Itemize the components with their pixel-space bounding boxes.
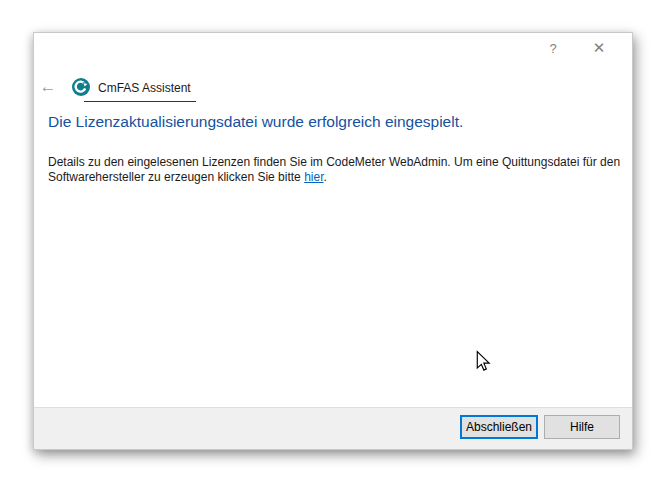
titlebar[interactable]: ? ✕	[34, 33, 632, 63]
hier-link[interactable]: hier	[304, 170, 323, 184]
body-line1: Details zu den eingelesenen Lizenzen fin…	[48, 155, 620, 169]
wizard-title: CmFAS Assistent	[98, 81, 191, 95]
finish-button[interactable]: Abschließen	[460, 415, 538, 439]
wizard-title-underline	[84, 101, 196, 102]
page-heading: Die Lizenzaktualisierungsdatei wurde erf…	[48, 113, 608, 131]
footer-bar: Abschließen Hilfe	[34, 407, 632, 449]
back-arrow-icon: ←	[40, 77, 57, 96]
body-text: Details zu den eingelesenen Lizenzen fin…	[48, 155, 623, 185]
titlebar-help-button[interactable]: ?	[536, 33, 570, 63]
help-button[interactable]: Hilfe	[544, 415, 620, 439]
body-suffix: .	[324, 170, 327, 184]
close-icon: ✕	[593, 39, 606, 57]
question-mark-icon: ?	[549, 41, 556, 56]
desktop-background: { "window": { "help_glyph": "?", "close_…	[0, 0, 658, 485]
cmfas-wizard-dialog: ? ✕ ← CmFAS Assistent Die Lizenzaktualis…	[33, 32, 633, 450]
codemeter-icon	[72, 78, 90, 96]
back-button[interactable]: ←	[38, 77, 58, 97]
body-line2-prefix: Softwarehersteller zu erzeugen klicken S…	[48, 170, 304, 184]
titlebar-close-button[interactable]: ✕	[582, 33, 616, 63]
